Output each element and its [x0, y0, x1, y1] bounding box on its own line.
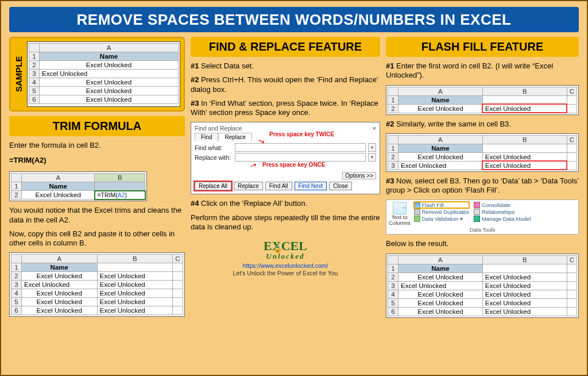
flash-step-1: #1 Enter the first word in cell B2. (I w… — [386, 62, 579, 80]
tab-find[interactable]: Find — [195, 133, 218, 141]
find-step-4: #4 Click on the ‘Replace All’ button. — [191, 199, 380, 208]
remove-duplicates-button[interactable]: Remove Duplicates — [414, 209, 469, 215]
sheet-corner — [29, 44, 40, 52]
content-columns: SAMPLE A 1 Name 2Excel Unlocked 3Excel U… — [1, 37, 587, 373]
flash-grid-2: A B C 1Name 2 Excel Unlocked Excel Unloc… — [386, 133, 579, 172]
flash-result-intro: Below is the result. — [386, 239, 579, 248]
find-footer: Perform the above steps repeatedly till … — [191, 213, 380, 232]
trim-formula-text: =TRIM(A2) — [9, 156, 185, 164]
close-icon[interactable]: × — [373, 125, 376, 132]
find-step-3: #3 In ‘Find What’ section, press Space t… — [191, 99, 380, 118]
trim-step-1: Enter the formula in cell B2. — [9, 141, 185, 150]
flash-step-2: #2 Similarly, write the same in cell B3. — [386, 120, 579, 129]
ribbon-group-caption: Data Tools — [389, 227, 576, 233]
trim-heading: TRIM FORMULA — [9, 116, 185, 136]
col-a: A — [40, 44, 179, 52]
sample-card: SAMPLE A 1 Name 2Excel Unlocked 3Excel U… — [9, 37, 185, 112]
data-validation-button[interactable]: Data Validation ▾ — [414, 216, 469, 222]
find-dropdown-icon[interactable]: ▾ — [368, 143, 376, 152]
find-heading: FIND & REPLACE FEATURE — [191, 37, 380, 57]
replace-dropdown-icon[interactable]: ▾ — [368, 153, 376, 162]
replace-button[interactable]: Replace — [234, 182, 263, 190]
brand-tagline: Let's Unlock the Power of Excel for You — [233, 270, 338, 277]
header-name: Name — [40, 52, 179, 61]
consolidate-icon — [474, 202, 480, 208]
page-title: REMOVE SPACES BETWEEN WORDS/NUMBERS IN E… — [9, 7, 579, 32]
flash-fill-button[interactable]: Flash Fill — [414, 202, 469, 208]
manage-data-model-icon — [474, 216, 480, 222]
tab-replace[interactable]: Replace — [218, 133, 252, 141]
sample-sheet: A 1 Name 2Excel Unlocked 3Excel Unlocked… — [27, 41, 180, 107]
flash-heading: FLASH FILL FEATURE — [386, 37, 579, 57]
trim-result-sheet: A B C 1Name 2Excel UnlockedExcel Unlocke… — [9, 252, 185, 317]
relationships-icon — [474, 209, 480, 215]
consolidate-button[interactable]: Consolidate — [474, 202, 531, 208]
replace-all-button[interactable]: Replace All — [195, 182, 231, 190]
flash-result-sheet: A B C 1Name 2Excel UnlockedExcel Unlocke… — [386, 254, 579, 318]
sample-label: SAMPLE — [14, 41, 24, 107]
find-step-1: #1 Select Data set. — [191, 62, 380, 71]
find-step-2: #2 Press Ctrl+H. This would open the ‘Fi… — [191, 75, 380, 94]
cell-a5: Excel Unlocked — [40, 87, 179, 95]
flash-grid-1: A B C 1Name 2 Excel Unlocked Excel Unloc… — [386, 85, 579, 115]
trim-mini-sheet: A B 1 Name 2 Excel Unlocked =TRIM(A2) — [9, 171, 147, 201]
column-middle: FIND & REPLACE FEATURE #1 Select Data se… — [191, 37, 380, 369]
infographic-page: REMOVE SPACES BETWEEN WORDS/NUMBERS IN E… — [0, 0, 588, 376]
text-to-columns-icon — [393, 202, 407, 214]
cell-a2: Excel Unlocked — [40, 61, 179, 70]
options-button[interactable]: Options >> — [342, 172, 376, 179]
label-replace-with: Replace with: — [195, 154, 233, 161]
column-left: SAMPLE A 1 Name 2Excel Unlocked 3Excel U… — [9, 37, 185, 369]
branding: EX🔒CEL Unlocked https://www.excelunlocke… — [191, 237, 380, 277]
find-next-button[interactable]: Find Next — [295, 182, 327, 190]
mini-a2: Excel Unlocked — [22, 191, 95, 199]
manage-data-model-button[interactable]: Manage Data Model — [474, 216, 531, 222]
trim-para-2: You would notice that the Excel trims an… — [9, 206, 185, 225]
cell-a4: Excel Unlocked — [40, 78, 179, 87]
close-button[interactable]: Close — [329, 182, 352, 190]
remove-duplicates-icon — [414, 209, 420, 215]
find-replace-dialog: Find and Replace × Find Replace Press sp… — [191, 122, 380, 194]
brand-link[interactable]: https://www.excelunlocked.com/ — [243, 262, 328, 269]
data-validation-icon — [414, 216, 420, 222]
cell-b3-typed: Excel Unlocked — [482, 161, 567, 170]
cell-b2-typed: Excel Unlocked — [482, 104, 567, 113]
relationships-button[interactable]: Relationships — [474, 209, 531, 215]
flash-fill-icon — [414, 202, 420, 208]
column-right: FLASH FILL FEATURE #1 Enter the first wo… — [386, 37, 579, 369]
find-what-input[interactable] — [235, 143, 366, 152]
find-all-button[interactable]: Find All — [265, 182, 292, 190]
label-find-what: Find what: — [195, 144, 233, 151]
cell-a6: Excel Unlocked — [40, 95, 179, 104]
trim-para-3: Now, copy this cell B2 and paste it to o… — [9, 229, 185, 248]
note-once: Press space key ONCE — [262, 162, 326, 168]
dialog-title: Find and Replace — [195, 125, 242, 132]
logo: EX🔒CEL Unlocked — [261, 237, 310, 262]
mini-b2: =TRIM(A2) — [95, 191, 145, 199]
flash-step-3: #3 Now, select cell B3. Then go to ‘Data… — [386, 177, 579, 195]
data-tools-ribbon: Text toColumns Flash Fill Consolidate — [386, 199, 579, 235]
row-1: 1 — [29, 52, 40, 61]
text-to-columns-button[interactable]: Text toColumns — [389, 202, 411, 225]
note-twice: Press space key TWICE — [269, 131, 334, 137]
cell-a3: Excel Unlocked — [40, 70, 179, 78]
